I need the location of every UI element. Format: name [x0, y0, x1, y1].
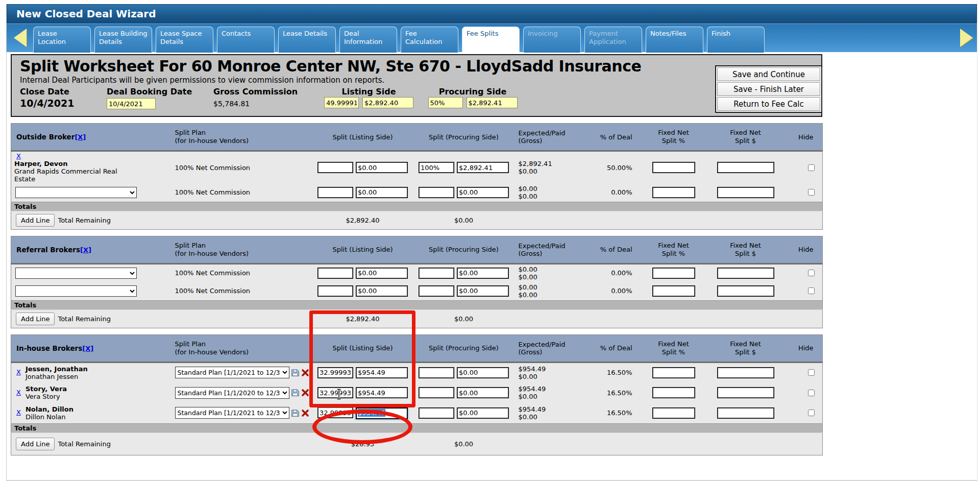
remove-section-link[interactable]: [X] [82, 345, 93, 352]
gross-commission-value: $5,784.81 [213, 97, 320, 108]
pct-of-deal-value: 0.00% [577, 282, 646, 300]
fixed-net-split-pct-input[interactable] [652, 367, 695, 378]
fixed-net-split-pct-input[interactable] [652, 268, 695, 279]
save-plan-icon[interactable] [291, 389, 300, 397]
remove-broker-link[interactable]: X [16, 408, 21, 416]
expected-gross: $2,892.41 [519, 160, 576, 167]
tab-finish[interactable]: Finish [707, 27, 765, 53]
listing-split-amount-input[interactable] [356, 187, 408, 198]
hide-checkbox[interactable] [808, 270, 815, 276]
hide-checkbox[interactable] [808, 164, 815, 171]
save-actions-box: Save and Continue Save - Finish Later Re… [715, 65, 822, 113]
save-plan-icon[interactable] [291, 369, 300, 377]
listing-split-amount-input[interactable] [356, 285, 408, 297]
add-line-button[interactable]: Add Line [16, 214, 55, 227]
save-plan-icon[interactable] [291, 409, 300, 417]
previous-step-arrow-icon[interactable] [14, 29, 27, 47]
listing-split-pct-input[interactable] [317, 367, 353, 378]
split-plan-select[interactable]: Standard Plan [1/1/2021 to 12/3 [175, 367, 289, 378]
tab-deal-information[interactable]: Deal Information [339, 27, 397, 53]
procuring-split-amount-input[interactable] [457, 387, 509, 398]
deal-booking-date-input[interactable] [107, 98, 156, 109]
procuring-side-amount-input[interactable] [467, 97, 518, 108]
procuring-side-pct-input[interactable] [428, 97, 463, 108]
split-plan-select[interactable]: Standard Plan [1/1/2020 to 12/3 [175, 387, 289, 399]
fixed-net-split-pct-input[interactable] [652, 187, 695, 198]
fixed-net-split-pct-input[interactable] [652, 285, 695, 297]
save-finish-later-button[interactable]: Save - Finish Later [717, 82, 820, 96]
fixed-net-split-amount-input[interactable] [717, 187, 774, 198]
listing-split-amount-input[interactable] [356, 367, 408, 378]
delete-plan-icon[interactable] [301, 389, 309, 397]
column-header-fixed-net-pct: Fixed NetSplit % [646, 334, 702, 362]
tab-fee-calculation[interactable]: Fee Calculation [401, 27, 458, 53]
fixed-net-split-amount-input[interactable] [717, 285, 774, 297]
tab-lease-details[interactable]: Lease Details [278, 27, 336, 53]
tab-contacts[interactable]: Contacts [217, 27, 275, 53]
fixed-net-split-amount-input[interactable] [717, 387, 774, 398]
procuring-split-amount-input[interactable] [457, 162, 509, 173]
fixed-net-split-amount-input[interactable] [717, 367, 774, 378]
hide-checkbox[interactable] [808, 369, 815, 376]
remove-broker-link[interactable]: X [16, 368, 21, 376]
procuring-split-pct-input[interactable] [419, 268, 454, 279]
procuring-split-amount-input[interactable] [457, 187, 509, 198]
listing-split-pct-input[interactable] [317, 407, 353, 418]
tab-fee-splits[interactable]: Fee Splits [462, 27, 520, 53]
add-line-button[interactable]: Add Line [16, 438, 55, 450]
listing-side-amount-input[interactable] [362, 97, 413, 108]
delete-plan-icon[interactable] [301, 369, 309, 377]
pct-of-deal-value: 50.00% [577, 151, 646, 184]
referral-brokers-section: Referral Brokers[X] Split Plan(for In-ho… [11, 236, 823, 328]
fixed-net-split-pct-input[interactable] [652, 162, 695, 173]
listing-split-amount-input[interactable] [356, 162, 408, 173]
tab-lease-location[interactable]: Lease Location [33, 27, 91, 53]
add-line-button[interactable]: Add Line [16, 312, 55, 325]
remove-broker-link[interactable]: X [16, 152, 21, 160]
listing-split-pct-input[interactable] [317, 387, 353, 398]
listing-split-pct-input[interactable] [317, 285, 353, 297]
column-header-fixed-net-pct: Fixed NetSplit % [646, 236, 702, 263]
fixed-net-split-amount-input[interactable] [717, 268, 774, 279]
listing-split-amount-input-focused[interactable]: $954.49 [356, 407, 408, 419]
remove-section-link[interactable]: [X] [75, 133, 86, 141]
hide-checkbox[interactable] [808, 189, 815, 196]
listing-split-amount-input[interactable] [356, 387, 408, 398]
procuring-split-amount-input[interactable] [457, 407, 509, 419]
procuring-split-pct-input[interactable] [419, 162, 454, 173]
return-to-fee-calc-button[interactable]: Return to Fee Calc [717, 97, 820, 111]
tab-lease-building-details[interactable]: Lease Building Details [94, 27, 152, 53]
listing-split-pct-input[interactable] [317, 268, 353, 279]
broker-select[interactable] [15, 187, 137, 198]
hide-checkbox[interactable] [808, 287, 815, 294]
fixed-net-split-amount-input[interactable] [717, 407, 774, 419]
procuring-split-amount-input[interactable] [457, 268, 509, 279]
listing-split-pct-input[interactable] [317, 162, 353, 173]
broker-select[interactable] [15, 285, 137, 297]
fixed-net-split-pct-input[interactable] [652, 387, 695, 398]
split-plan-select[interactable]: Standard Plan [1/1/2021 to 12/3 [175, 407, 289, 419]
listing-split-amount-input[interactable] [356, 268, 408, 279]
hide-checkbox[interactable] [808, 390, 815, 396]
procuring-split-pct-input[interactable] [419, 387, 454, 398]
tab-lease-space-details[interactable]: Lease Space Details [156, 27, 213, 53]
procuring-split-pct-input[interactable] [419, 407, 454, 419]
next-step-arrow-icon[interactable] [960, 29, 973, 47]
column-header-split-procuring: Split (Procuring Side) [413, 334, 514, 362]
procuring-split-amount-input[interactable] [457, 367, 509, 378]
procuring-split-pct-input[interactable] [419, 367, 454, 378]
listing-split-pct-input[interactable] [317, 187, 353, 198]
hide-checkbox[interactable] [808, 410, 815, 416]
save-and-continue-button[interactable]: Save and Continue [717, 67, 820, 81]
fixed-net-split-pct-input[interactable] [652, 407, 695, 419]
listing-side-pct-input[interactable] [324, 97, 359, 108]
broker-select[interactable] [15, 268, 137, 279]
remove-section-link[interactable]: [X] [80, 246, 91, 254]
tab-notes-files[interactable]: Notes/Files [646, 27, 703, 53]
delete-plan-icon[interactable] [301, 409, 309, 417]
fixed-net-split-amount-input[interactable] [717, 162, 774, 173]
procuring-split-amount-input[interactable] [457, 285, 509, 297]
procuring-split-pct-input[interactable] [419, 285, 454, 297]
remove-broker-link[interactable]: X [16, 389, 21, 396]
procuring-split-pct-input[interactable] [419, 187, 454, 198]
